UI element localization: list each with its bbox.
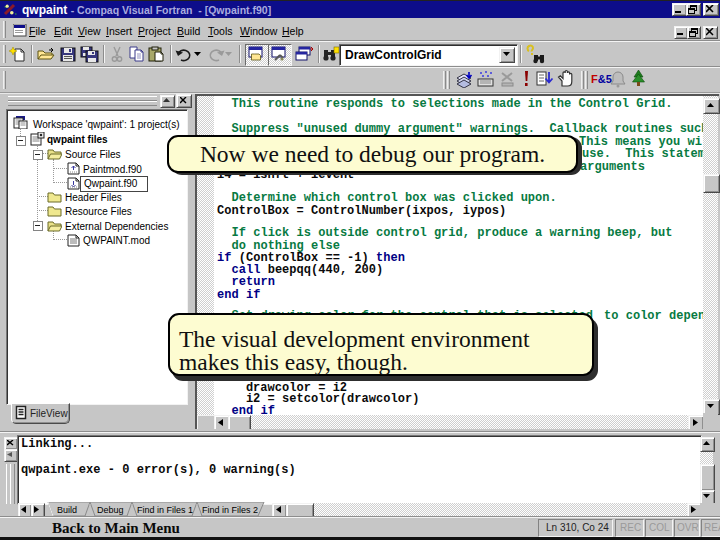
svg-text:Debug: Debug [97,505,124,515]
svg-text:Find in Files 1: Find in Files 1 [137,505,193,515]
svg-text:Find in Files 2: Find in Files 2 [202,505,258,515]
svg-text:Build: Build [57,505,77,515]
